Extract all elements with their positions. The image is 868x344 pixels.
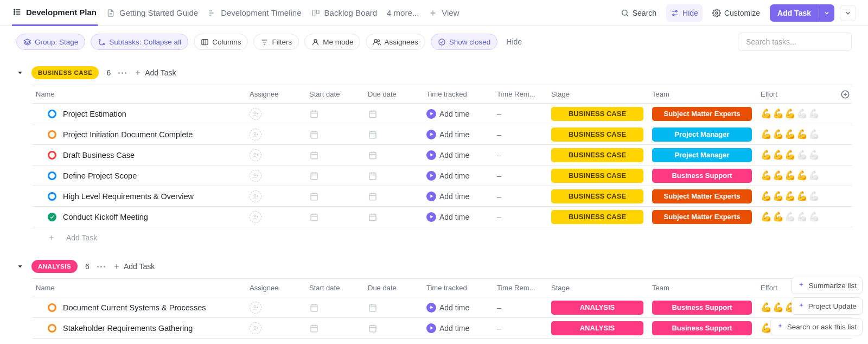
start-date-cell[interactable] xyxy=(309,150,368,160)
due-date-cell[interactable] xyxy=(368,150,426,160)
start-date-cell[interactable] xyxy=(309,192,368,201)
assign-user-button[interactable] xyxy=(250,170,261,182)
assign-user-button[interactable] xyxy=(250,302,261,314)
effort-cell[interactable]: 💪💪💪💪💪 xyxy=(761,129,852,140)
team-tag[interactable]: Subject Matter Experts xyxy=(652,189,752,203)
filters-chip[interactable]: Filters xyxy=(253,34,299,50)
add-time-button[interactable]: Add time xyxy=(426,130,469,139)
effort-cell[interactable]: 💪💪💪💪💪 xyxy=(761,149,852,161)
me-mode-chip[interactable]: Me mode xyxy=(304,34,360,50)
add-column-button[interactable] xyxy=(839,90,852,99)
due-date-cell[interactable] xyxy=(368,212,426,222)
topbar-search[interactable]: Search xyxy=(616,4,661,22)
col-due-date[interactable]: Due date xyxy=(368,90,426,98)
due-date-cell[interactable] xyxy=(368,130,426,139)
col-name[interactable]: Name xyxy=(33,284,250,292)
start-date-cell[interactable] xyxy=(309,109,368,119)
ai-search-button[interactable]: Search or ask this list xyxy=(770,318,863,335)
topbar-more-menu[interactable] xyxy=(840,5,856,21)
task-row[interactable]: Document Current Systems & Processes Add… xyxy=(33,297,852,318)
assignees-chip[interactable]: Assignees xyxy=(366,34,425,50)
effort-cell[interactable]: 💪💪💪💪💪 xyxy=(761,211,852,222)
team-tag[interactable]: Subject Matter Experts xyxy=(652,107,752,121)
col-start-date[interactable]: Start date xyxy=(309,284,368,292)
col-time-remain[interactable]: Time Rem... xyxy=(497,90,551,98)
add-time-button[interactable]: Add time xyxy=(426,109,469,119)
col-stage[interactable]: Stage xyxy=(551,284,652,292)
add-task-row[interactable]: Add Task xyxy=(33,227,852,248)
assign-user-button[interactable] xyxy=(250,322,261,334)
col-assignee[interactable]: Assignee xyxy=(250,90,309,98)
add-time-button[interactable]: Add time xyxy=(426,171,469,181)
add-time-button[interactable]: Add time xyxy=(426,150,469,160)
search-tasks-field[interactable] xyxy=(738,33,852,51)
team-tag[interactable]: Project Manager xyxy=(652,148,752,162)
group-more-menu[interactable] xyxy=(118,72,126,74)
col-stage[interactable]: Stage xyxy=(551,90,652,98)
view-tab[interactable]: Development Plan xyxy=(12,0,98,26)
add-time-button[interactable]: Add time xyxy=(426,192,469,201)
due-date-cell[interactable] xyxy=(368,323,426,333)
stage-tag[interactable]: BUSINESS CASE xyxy=(551,128,643,142)
col-name[interactable]: Name xyxy=(33,90,250,98)
group-more-menu[interactable] xyxy=(97,266,105,267)
stage-tag[interactable]: BUSINESS CASE xyxy=(551,210,643,224)
team-tag[interactable]: Business Support xyxy=(652,321,752,335)
due-date-cell[interactable] xyxy=(368,171,426,181)
assign-user-button[interactable] xyxy=(250,149,261,161)
stage-tag[interactable]: BUSINESS CASE xyxy=(551,189,643,203)
start-date-cell[interactable] xyxy=(309,323,368,333)
team-tag[interactable]: Subject Matter Experts xyxy=(652,210,752,224)
view-tab[interactable]: Getting Started Guide xyxy=(105,0,199,26)
add-task-button[interactable]: Add Task xyxy=(770,4,834,22)
col-due-date[interactable]: Due date xyxy=(368,284,426,292)
topbar-customize[interactable]: Customize xyxy=(708,4,764,22)
team-tag[interactable]: Business Support xyxy=(652,301,752,315)
assign-user-button[interactable] xyxy=(250,129,261,141)
search-tasks-input[interactable] xyxy=(745,37,845,47)
tab-more-views[interactable]: 4 more... xyxy=(386,0,420,26)
col-time-tracked[interactable]: Time tracked xyxy=(426,90,497,98)
effort-cell[interactable]: 💪💪💪💪💪 xyxy=(761,108,852,119)
add-view-button[interactable]: View xyxy=(427,0,460,26)
task-row[interactable]: Stakeholder Requirements Gathering Add t… xyxy=(33,318,852,339)
col-team[interactable]: Team xyxy=(652,90,761,98)
effort-cell[interactable]: 💪💪💪💪💪 xyxy=(761,190,852,202)
stage-tag[interactable]: ANALYSIS xyxy=(551,301,643,315)
team-tag[interactable]: Business Support xyxy=(652,169,752,183)
assign-user-button[interactable] xyxy=(250,108,261,120)
start-date-cell[interactable] xyxy=(309,130,368,139)
stage-tag[interactable]: BUSINESS CASE xyxy=(551,107,643,121)
team-tag[interactable]: Project Manager xyxy=(652,128,752,142)
stage-tag[interactable]: BUSINESS CASE xyxy=(551,148,643,162)
show-closed-chip[interactable]: Show closed xyxy=(431,34,498,50)
start-date-cell[interactable] xyxy=(309,171,368,181)
group-add-task[interactable]: Add Task xyxy=(113,262,155,271)
view-tab[interactable]: Development Timeline xyxy=(207,0,302,26)
task-row[interactable]: Conduct Kickoff Meeting Add time – BUSIN… xyxy=(33,207,852,227)
ai-project-update-button[interactable]: Project Update xyxy=(792,297,863,315)
group-chip[interactable]: Group: Stage xyxy=(16,34,85,50)
task-row[interactable]: Define Project Scope Add time – BUSINESS… xyxy=(33,165,852,186)
columns-chip[interactable]: Columns xyxy=(194,34,248,50)
add-task-dropdown[interactable] xyxy=(819,4,834,22)
task-row[interactable]: High Level Requirements & Overview Add t… xyxy=(33,186,852,207)
toolbar-hide-button[interactable]: Hide xyxy=(503,37,525,46)
col-effort[interactable]: Effort xyxy=(761,90,839,98)
col-team[interactable]: Team xyxy=(652,284,761,292)
group-header[interactable]: BUSINESS CASE 6 Add Task xyxy=(16,63,852,85)
col-time-tracked[interactable]: Time tracked xyxy=(426,284,497,292)
col-start-date[interactable]: Start date xyxy=(309,90,368,98)
effort-cell[interactable]: 💪💪💪💪💪 xyxy=(761,170,852,181)
subtasks-chip[interactable]: Subtasks: Collapse all xyxy=(91,34,188,50)
add-time-button[interactable]: Add time xyxy=(426,323,469,333)
start-date-cell[interactable] xyxy=(309,212,368,222)
topbar-hide[interactable]: Hide xyxy=(666,4,703,22)
assign-user-button[interactable] xyxy=(250,211,261,223)
task-row[interactable]: Project Estimation Add time – BUSINESS C… xyxy=(33,104,852,124)
assign-user-button[interactable] xyxy=(250,190,261,202)
due-date-cell[interactable] xyxy=(368,109,426,119)
due-date-cell[interactable] xyxy=(368,303,426,313)
start-date-cell[interactable] xyxy=(309,303,368,313)
view-tab[interactable]: Backlog Board xyxy=(310,0,379,26)
